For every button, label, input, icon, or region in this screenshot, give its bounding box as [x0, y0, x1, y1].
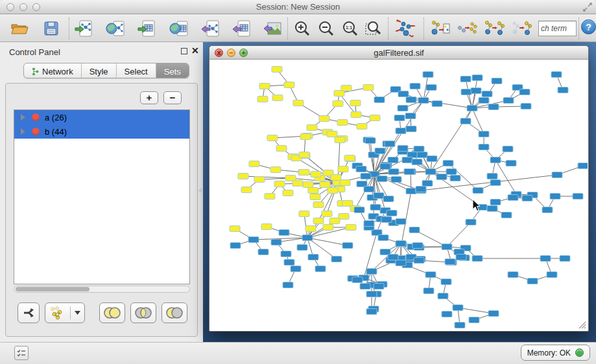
graph-node[interactable] — [487, 206, 497, 212]
graph-node[interactable] — [300, 134, 311, 140]
graph-node[interactable] — [249, 161, 259, 167]
graph-node[interactable] — [503, 98, 514, 104]
graph-node[interactable] — [443, 161, 453, 166]
memory-status-button[interactable]: Memory: OK — [521, 345, 590, 361]
graph-node[interactable] — [364, 221, 374, 227]
search-input[interactable]: ch term — [538, 21, 577, 36]
graph-node[interactable] — [438, 293, 448, 299]
graph-node[interactable] — [274, 181, 285, 187]
float-panel-icon[interactable] — [181, 48, 187, 54]
graph-node[interactable] — [303, 182, 313, 188]
resize-grip-icon[interactable] — [577, 320, 586, 329]
graph-node[interactable] — [455, 323, 465, 328]
graph-node[interactable] — [490, 199, 501, 205]
graph-node[interactable] — [406, 97, 416, 103]
graph-node[interactable] — [346, 225, 356, 231]
graph-node[interactable] — [322, 211, 332, 217]
tab-network[interactable]: Network — [24, 63, 82, 78]
graph-node[interactable] — [479, 98, 489, 104]
tab-select[interactable]: Select — [117, 63, 156, 78]
graph-node[interactable] — [412, 243, 423, 249]
graph-node[interactable] — [412, 159, 422, 165]
zoom-out-button[interactable] — [316, 18, 337, 39]
graph-node[interactable] — [315, 266, 326, 272]
graph-node[interactable] — [319, 116, 329, 122]
graph-node[interactable] — [320, 182, 330, 188]
graph-node[interactable] — [550, 194, 560, 199]
graph-node[interactable] — [354, 207, 364, 213]
graph-node[interactable] — [487, 174, 497, 179]
import-table-file-button[interactable] — [136, 18, 158, 39]
graph-node[interactable] — [466, 220, 476, 225]
graph-node[interactable] — [356, 166, 366, 172]
graph-node[interactable] — [551, 72, 562, 78]
fullscreen-icon[interactable] — [583, 3, 592, 12]
graph-node[interactable] — [313, 218, 324, 224]
graph-node[interactable] — [547, 272, 557, 278]
graph-node[interactable] — [257, 97, 268, 102]
graph-node[interactable] — [425, 272, 436, 278]
graph-node[interactable] — [473, 188, 483, 194]
graph-node[interactable] — [578, 163, 588, 169]
network-canvas[interactable] — [210, 60, 588, 330]
graph-node[interactable] — [508, 272, 518, 278]
graph-node[interactable] — [427, 156, 437, 162]
graph-node[interactable] — [406, 126, 416, 132]
graph-node[interactable] — [402, 157, 412, 163]
close-panel-icon[interactable]: ✕ — [191, 45, 199, 56]
graph-node[interactable] — [461, 89, 471, 95]
graph-node[interactable] — [374, 284, 384, 290]
graph-node[interactable] — [492, 78, 502, 84]
graph-node[interactable] — [265, 194, 275, 199]
import-table-url-button[interactable] — [168, 18, 190, 39]
task-history-button[interactable] — [14, 346, 29, 360]
graph-node[interactable] — [472, 75, 483, 81]
graph-node[interactable] — [365, 138, 375, 144]
graph-node[interactable] — [417, 152, 427, 158]
graph-node[interactable] — [254, 177, 265, 183]
graph-node[interactable] — [380, 164, 390, 170]
graph-node[interactable] — [542, 207, 553, 213]
graph-node[interactable] — [357, 124, 367, 130]
graph-node[interactable] — [279, 230, 289, 236]
graph-node[interactable] — [426, 85, 436, 91]
graph-node[interactable] — [230, 226, 240, 232]
graph-node[interactable] — [259, 84, 270, 89]
apply-layout-button[interactable] — [394, 18, 416, 39]
network-frame-titlebar[interactable]: x − + galFiltered.sif — [209, 46, 588, 60]
graph-node[interactable] — [328, 188, 338, 194]
sets-horizontal-scrollbar[interactable] — [14, 286, 190, 293]
graph-node[interactable] — [378, 235, 388, 241]
graph-node[interactable] — [350, 100, 361, 106]
graph-node[interactable] — [445, 259, 455, 265]
graph-node[interactable] — [292, 181, 303, 187]
zoom-fit-button[interactable] — [363, 18, 384, 39]
graph-node[interactable] — [364, 187, 374, 192]
graph-node[interactable] — [442, 244, 452, 250]
graph-node[interactable] — [270, 167, 281, 173]
graph-node[interactable] — [432, 101, 442, 107]
graph-node[interactable] — [479, 131, 489, 137]
graph-node[interactable] — [366, 309, 377, 315]
graph-node[interactable] — [540, 256, 551, 262]
graph-node[interactable] — [522, 196, 532, 201]
graph-node[interactable] — [338, 166, 348, 172]
graph-node[interactable] — [366, 269, 377, 275]
graph-node[interactable] — [521, 104, 531, 109]
graph-node[interactable] — [361, 174, 371, 179]
graph-node[interactable] — [267, 135, 278, 141]
graph-node[interactable] — [360, 284, 370, 290]
graph-node[interactable] — [501, 212, 512, 218]
graph-node[interactable] — [418, 98, 429, 104]
graph-node[interactable] — [460, 76, 471, 82]
graph-node[interactable] — [416, 187, 426, 192]
graph-node[interactable] — [490, 157, 501, 163]
graph-node[interactable] — [552, 172, 562, 178]
graph-node[interactable] — [283, 190, 293, 196]
graph-node[interactable] — [284, 260, 294, 266]
export-image-button[interactable] — [261, 18, 283, 39]
graph-node[interactable] — [310, 194, 320, 200]
new-network-selected-edges-button[interactable] — [456, 18, 478, 39]
new-network-selected-all-edges-button[interactable] — [429, 18, 451, 39]
graph-node[interactable] — [351, 112, 361, 118]
